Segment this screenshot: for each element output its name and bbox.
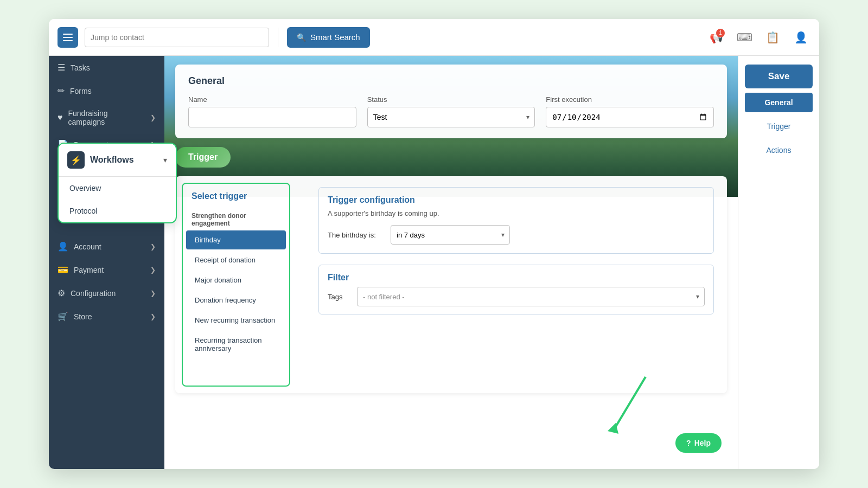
search-input[interactable] (85, 28, 269, 47)
tasks-icon: ☰ (58, 62, 65, 73)
content-area: General Name Status Test Active (164, 56, 738, 469)
trigger-group-label: Strengthen donor engagement (183, 209, 289, 229)
workflows-icon: ⚡ (67, 151, 85, 169)
tags-select-wrap: - not filtered - ▾ (357, 287, 705, 306)
hamburger-icon (63, 34, 73, 41)
user-avatar[interactable]: 👤 (791, 28, 810, 47)
sidebar-item-fundraising[interactable]: ♥ Fundraising campaigns ❯ (49, 102, 164, 133)
general-card: General Name Status Test Active (175, 65, 727, 138)
sidebar-item-configuration[interactable]: ⚙ Configuration ❯ (49, 281, 164, 305)
topbar-right: 📢 1 ⌨ 📋 👤 (706, 28, 810, 47)
trigger-item-birthday[interactable]: Birthday (186, 230, 286, 249)
general-form-row: Name Status Test Active Inactive (188, 95, 714, 127)
right-panel: Save General Trigger Actions (738, 56, 819, 469)
chevron-right-icon: ❯ (150, 290, 156, 297)
status-group: Status Test Active Inactive ▾ (367, 95, 535, 127)
sidebar-item-forms[interactable]: ✏ Forms (49, 79, 164, 102)
chevron-down-icon: ▾ (163, 156, 167, 164)
name-label: Name (188, 95, 356, 104)
sidebar-item-label: Fundraising campaigns (68, 109, 145, 126)
sidebar-item-tasks[interactable]: ☰ Tasks (49, 56, 164, 79)
sidebar: ☰ Tasks ✏ Forms ♥ Fundraising campaigns … (49, 56, 164, 469)
trigger-tab-label: Trigger (188, 152, 218, 162)
first-execution-label: First execution (546, 95, 714, 104)
trigger-config-content: A supporter's birthday is coming up. The… (319, 209, 713, 253)
workflows-header[interactable]: ⚡ Workflows ▾ (59, 144, 176, 177)
trigger-tab[interactable]: Trigger (175, 147, 231, 168)
save-button[interactable]: Save (745, 65, 813, 88)
app-window: 🔍 Smart Search 📢 1 ⌨ 📋 👤 ☰ Tasks ✏ Forms (49, 19, 819, 469)
status-select[interactable]: Test Active Inactive (367, 107, 535, 127)
tags-select[interactable]: - not filtered - (357, 287, 705, 306)
status-select-wrap: Test Active Inactive ▾ (367, 107, 535, 127)
status-label: Status (367, 95, 535, 104)
filter-title: Filter (319, 265, 713, 287)
name-input[interactable] (188, 107, 356, 127)
sidebar-item-payment[interactable]: 💳 Payment ❯ (49, 258, 164, 281)
payment-icon: 💳 (58, 265, 68, 275)
sidebar-item-account[interactable]: 👤 Account ❯ (49, 235, 164, 258)
help-label: Help (694, 439, 711, 447)
right-nav-actions[interactable]: Actions (745, 140, 813, 160)
trigger-item-major-donation[interactable]: Major donation (186, 271, 286, 290)
trigger-config-desc: A supporter's birthday is coming up. (328, 209, 705, 217)
smart-search-button[interactable]: 🔍 Smart Search (287, 27, 370, 48)
birthday-select-wrap: in 7 days in 14 days in 30 days today ▾ (391, 225, 510, 245)
filter-row: Tags - not filtered - ▾ (319, 287, 713, 314)
workflows-title: Workflows (90, 155, 158, 165)
chevron-right-icon: ❯ (150, 313, 156, 320)
sidebar-item-label: Forms (70, 87, 92, 95)
divider (278, 28, 278, 47)
first-execution-input[interactable] (546, 107, 714, 127)
sidebar-item-label: Store (74, 312, 92, 321)
forms-icon: ✏ (58, 86, 65, 96)
select-trigger-title: Select trigger (183, 184, 289, 209)
workflow-protocol-item[interactable]: Protocol (59, 200, 176, 222)
hamburger-button[interactable] (58, 27, 78, 48)
smart-search-label: Smart Search (310, 33, 360, 42)
config-icon: ⚙ (58, 288, 65, 298)
sidebar-item-store[interactable]: 🛒 Store ❯ (49, 305, 164, 328)
general-title: General (188, 75, 714, 87)
right-nav-trigger[interactable]: Trigger (745, 117, 813, 136)
chevron-right-icon: ❯ (150, 266, 156, 274)
first-execution-group: First execution (546, 95, 714, 127)
topbar: 🔍 Smart Search 📢 1 ⌨ 📋 👤 (49, 19, 819, 56)
search-icon: 🔍 (297, 33, 306, 42)
workflows-dropdown: ⚡ Workflows ▾ Overview Protocol (58, 143, 177, 223)
right-nav-general[interactable]: General (745, 93, 813, 112)
filter-section: Filter Tags - not filtered - ▾ (318, 265, 714, 314)
body-area: ☰ Tasks ✏ Forms ♥ Fundraising campaigns … (49, 56, 819, 469)
trigger-config-panel: Trigger configuration A supporter's birt… (305, 176, 727, 393)
notifications-icon[interactable]: 📢 1 (706, 28, 726, 47)
workflow-overview-item[interactable]: Overview (59, 177, 176, 200)
birthday-label: The birthday is: (328, 231, 382, 239)
sidebar-item-label: Tasks (71, 63, 90, 72)
notification-badge: 1 (716, 29, 725, 37)
tags-label: Tags (328, 293, 349, 301)
store-icon: 🛒 (58, 311, 68, 322)
trigger-item-new-recurring[interactable]: New recurring transaction (186, 311, 286, 330)
fundraising-icon: ♥ (58, 113, 63, 123)
name-group: Name (188, 95, 356, 127)
list-icon[interactable]: 📋 (763, 28, 782, 47)
chevron-right-icon: ❯ (150, 243, 156, 251)
sidebar-item-label: Account (74, 242, 101, 251)
trigger-config-title: Trigger configuration (319, 188, 713, 209)
keyboard-icon[interactable]: ⌨ (735, 28, 754, 47)
help-button[interactable]: ? Help (675, 433, 722, 453)
trigger-item-recurring-anniversary[interactable]: Recurring transaction anniversary (186, 331, 286, 358)
main-content: General Name Status Test Active (164, 56, 738, 469)
trigger-body: Select trigger Strengthen donor engageme… (175, 176, 727, 393)
trigger-item-receipt[interactable]: Receipt of donation (186, 251, 286, 269)
account-icon: 👤 (58, 241, 68, 252)
chevron-right-icon: ❯ (150, 114, 156, 121)
birthday-config-row: The birthday is: in 7 days in 14 days in… (328, 225, 705, 245)
sidebar-item-label: Configuration (71, 289, 116, 298)
trigger-item-donation-frequency[interactable]: Donation frequency (186, 291, 286, 310)
select-trigger-panel: Select trigger Strengthen donor engageme… (182, 183, 290, 387)
trigger-config-section: Trigger configuration A supporter's birt… (318, 187, 714, 254)
birthday-select[interactable]: in 7 days in 14 days in 30 days today (391, 225, 510, 245)
help-icon: ? (686, 439, 691, 447)
sidebar-item-label: Payment (74, 266, 104, 274)
